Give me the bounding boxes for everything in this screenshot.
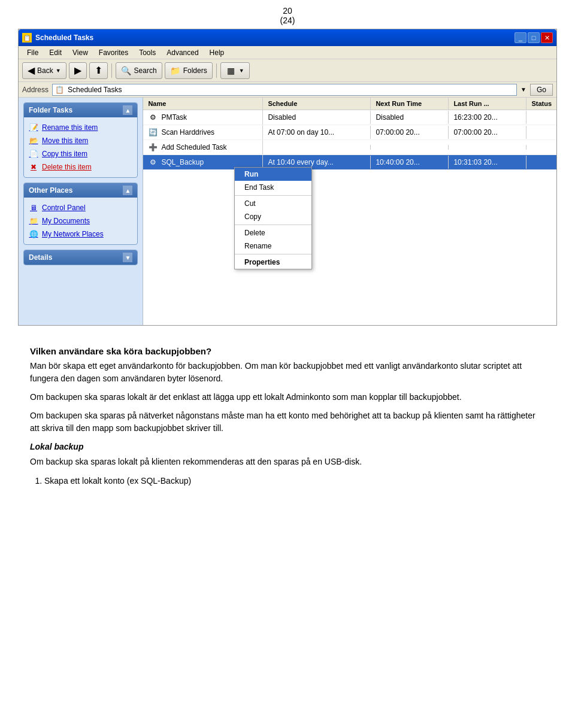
table-row[interactable]: ⚙ SQL_Backup At 10:40 every day... 10:40… xyxy=(143,155,556,170)
context-menu: Run End Task Cut Copy Delete Rename Prop… xyxy=(234,167,312,269)
copy-link[interactable]: 📄 Copy this item xyxy=(29,147,132,160)
control-panel-label: Control Panel xyxy=(42,204,86,212)
details-section: Details ▼ xyxy=(23,250,138,265)
views-button[interactable]: ▦ ▼ xyxy=(220,62,250,79)
my-documents-link[interactable]: 📁 My Documents xyxy=(29,214,132,228)
views-dropdown-icon[interactable]: ▼ xyxy=(239,68,244,74)
paragraph-2: Om backupen ska sparas lokalt är det enk… xyxy=(30,391,545,404)
folders-button[interactable]: 📁 Folders xyxy=(165,62,213,79)
folders-label: Folders xyxy=(183,66,207,75)
col-status-header[interactable]: Status xyxy=(526,98,556,110)
menu-favorites[interactable]: Favorites xyxy=(94,47,133,58)
col-lastrun-header[interactable]: Last Run ... xyxy=(449,98,526,110)
ctx-separator-1 xyxy=(235,195,311,196)
views-icon: ▦ xyxy=(226,65,237,76)
go-button[interactable]: Go xyxy=(530,84,553,96)
minimize-button[interactable]: _ xyxy=(515,32,526,43)
my-documents-icon: 📁 xyxy=(29,216,38,226)
menu-file[interactable]: File xyxy=(22,47,43,58)
other-places-section: Other Places ▲ 🖥 Control Panel 📁 My Docu… xyxy=(23,183,138,245)
up-icon: ⬆ xyxy=(95,65,102,76)
table-row[interactable]: 🔄 Scan Harddrives At 07:00 on day 10... … xyxy=(143,125,556,140)
row-add-name-text: Add Scheduled Task xyxy=(161,143,226,151)
row-sql-nextrun: 10:40:00 20... xyxy=(371,156,449,169)
menu-advanced[interactable]: Advanced xyxy=(162,47,203,58)
title-bar: 📋 Scheduled Tasks _ □ ✕ xyxy=(19,29,556,46)
row-pmtask-lastrun: 16:23:00 20... xyxy=(449,111,526,124)
ctx-delete[interactable]: Delete xyxy=(235,226,311,239)
search-button[interactable]: 🔍 Search xyxy=(116,62,162,79)
file-icon: ⚙ xyxy=(148,157,158,167)
ctx-copy[interactable]: Copy xyxy=(235,210,311,223)
toolbar-separator-1 xyxy=(111,63,112,78)
ctx-rename[interactable]: Rename xyxy=(235,239,311,253)
delete-label: Delete this item xyxy=(42,163,92,171)
row-add-lastrun xyxy=(449,145,526,150)
folder-tasks-collapse[interactable]: ▲ xyxy=(123,105,132,115)
copy-label: Copy this item xyxy=(42,150,87,158)
other-places-label: Other Places xyxy=(29,186,72,195)
copy-icon: 📄 xyxy=(29,149,38,159)
back-button[interactable]: ◀ Back ▼ xyxy=(22,62,66,79)
row-pmtask-name-text: PMTask xyxy=(161,113,187,122)
forward-button[interactable]: ▶ xyxy=(69,62,87,79)
folder-tasks-section: Folder Tasks ▲ 📝 Rename this item 📂 Move… xyxy=(23,102,138,178)
maximize-button[interactable]: □ xyxy=(528,32,540,43)
section-title: Lokal backup xyxy=(30,441,545,453)
row-pmtask-status xyxy=(526,115,536,120)
move-icon: 📂 xyxy=(29,136,38,145)
row-sql-status xyxy=(526,160,536,165)
move-label: Move this item xyxy=(42,136,88,145)
table-row[interactable]: ⚙ PMTask Disabled Disabled 16:23:00 20..… xyxy=(143,110,556,125)
ctx-run[interactable]: Run xyxy=(235,168,311,181)
ctx-properties[interactable]: Properties xyxy=(235,256,311,269)
details-collapse[interactable]: ▼ xyxy=(123,253,132,262)
list-item-1: Skapa ett lokalt konto (ex SQL-Backup) xyxy=(44,474,545,487)
address-dropdown-icon[interactable]: ▼ xyxy=(520,86,526,93)
title-bar-controls: _ □ ✕ xyxy=(515,32,553,43)
delete-link[interactable]: ✖ Delete this item xyxy=(29,160,132,174)
other-places-header: Other Places ▲ xyxy=(24,183,137,198)
delete-icon: ✖ xyxy=(29,162,38,172)
answer-1: Man bör skapa ett eget användarkonto för… xyxy=(30,360,545,385)
close-button[interactable]: ✕ xyxy=(541,32,553,43)
ctx-endtask[interactable]: End Task xyxy=(235,181,311,194)
col-nextrun-header[interactable]: Next Run Time xyxy=(371,98,449,110)
back-icon: ◀ xyxy=(28,65,35,76)
ctx-cut[interactable]: Cut xyxy=(235,197,311,210)
left-panel: Folder Tasks ▲ 📝 Rename this item 📂 Move… xyxy=(19,98,143,325)
details-label: Details xyxy=(29,253,52,262)
other-places-collapse[interactable]: ▲ xyxy=(123,186,132,195)
move-link[interactable]: 📂 Move this item xyxy=(29,134,132,147)
menu-view[interactable]: View xyxy=(68,47,93,58)
file-list: Name Schedule Next Run Time Last Run ...… xyxy=(143,98,556,325)
folder-tasks-label: Folder Tasks xyxy=(29,106,72,114)
search-icon: 🔍 xyxy=(121,65,132,76)
rename-link[interactable]: 📝 Rename this item xyxy=(29,121,132,134)
folder-tasks-header: Folder Tasks ▲ xyxy=(24,103,137,117)
screenshot-window: 📋 Scheduled Tasks _ □ ✕ File Edit View F… xyxy=(18,29,557,326)
col-schedule-header[interactable]: Schedule xyxy=(263,98,371,110)
folder-tasks-body: 📝 Rename this item 📂 Move this item 📄 Co… xyxy=(24,117,137,177)
paragraph-3: Om backupen ska sparas på nätverket någo… xyxy=(30,410,545,435)
menu-help[interactable]: Help xyxy=(205,47,229,58)
address-field[interactable]: 📋 Scheduled Tasks xyxy=(52,84,517,96)
window-title: Scheduled Tasks xyxy=(35,34,93,42)
question-1: Vilken användare ska köra backupjobben? xyxy=(30,346,545,356)
menu-edit[interactable]: Edit xyxy=(44,47,66,58)
row-scan-name: 🔄 Scan Harddrives xyxy=(143,125,263,139)
forward-icon: ▶ xyxy=(74,65,81,76)
my-network-link[interactable]: 🌐 My Network Places xyxy=(29,228,132,241)
file-icon: ⚙ xyxy=(148,113,158,122)
row-pmtask-schedule: Disabled xyxy=(263,111,371,124)
back-dropdown-icon[interactable]: ▼ xyxy=(56,68,61,74)
page-number: 20 xyxy=(283,6,292,16)
column-header: Name Schedule Next Run Time Last Run ...… xyxy=(143,98,556,110)
table-row[interactable]: ➕ Add Scheduled Task xyxy=(143,140,556,155)
control-panel-link[interactable]: 🖥 Control Panel xyxy=(29,201,132,214)
col-name-header[interactable]: Name xyxy=(143,98,263,110)
up-button[interactable]: ⬆ xyxy=(89,62,108,79)
menu-tools[interactable]: Tools xyxy=(134,47,161,58)
address-bar: Address 📋 Scheduled Tasks ▼ Go xyxy=(19,82,556,98)
ctx-separator-3 xyxy=(235,254,311,254)
